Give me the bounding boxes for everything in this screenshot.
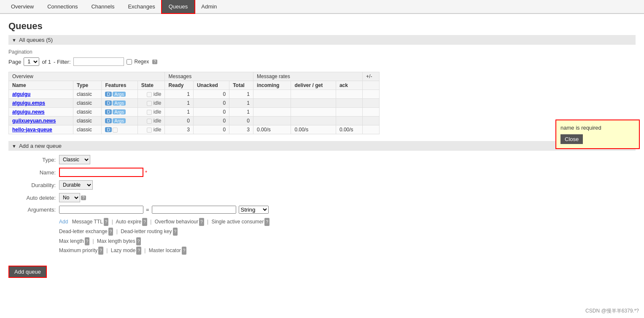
hint-dead-letter-routing-help[interactable]: ?: [173, 228, 178, 236]
hint-dead-letter-exchange-help[interactable]: ?: [108, 228, 113, 236]
col-type: Type: [73, 81, 102, 90]
cell-ready: 3: [165, 125, 193, 134]
name-required-star: *: [145, 169, 147, 176]
cell-state: idle: [137, 117, 165, 125]
arguments-row: Arguments: = String Number Boolean: [8, 206, 636, 214]
regex-help-icon[interactable]: ?: [152, 60, 157, 64]
add-argument-link[interactable]: Add: [59, 219, 68, 225]
auto-delete-select[interactable]: No Yes: [59, 193, 80, 202]
filter-label: - Filter:: [54, 59, 70, 65]
col-name: Name: [9, 81, 73, 90]
regex-checkbox[interactable]: [127, 59, 132, 65]
cell-state: idle: [137, 108, 165, 117]
cell-features: DArgs: [102, 117, 137, 125]
hint-max-priority: Maximum priority: [59, 247, 97, 253]
table-row[interactable]: gulixueyuan.newsclassicDArgs idle000: [9, 117, 380, 125]
page-select[interactable]: 1: [24, 57, 39, 66]
nav-channels[interactable]: Channels: [84, 0, 121, 13]
cell-name: hello-java-queue: [9, 125, 73, 134]
hint-single-consumer-help[interactable]: ?: [264, 218, 269, 226]
cell-state: idle: [137, 90, 165, 99]
hint-overflow-help[interactable]: ?: [199, 218, 204, 226]
arguments-label: Arguments:: [8, 207, 59, 213]
cell-deliver-get: [291, 117, 336, 125]
nav-queues[interactable]: Queues: [162, 0, 195, 13]
nav-overview[interactable]: Overview: [4, 0, 40, 13]
name-label: Name:: [8, 169, 59, 176]
of-label: of 1: [42, 59, 51, 65]
name-input[interactable]: [59, 168, 143, 177]
cell-plus-minus: [363, 117, 380, 125]
table-row[interactable]: atguigu.newsclassicDArgs idle101: [9, 108, 380, 117]
hint-lazy-mode: Lazy mode: [111, 247, 136, 253]
th-overview: Overview: [9, 72, 165, 81]
col-unacked: Unacked: [193, 81, 229, 90]
queue-table: Overview Messages Message rates +/- Name…: [8, 72, 380, 134]
cell-name: atguigu: [9, 90, 73, 99]
cell-type: classic: [73, 125, 102, 134]
table-row[interactable]: hello-java-queueclassicD idle3030.00/s0.…: [9, 125, 380, 134]
col-state: State: [137, 81, 165, 90]
hint-lazy-mode-help[interactable]: ?: [136, 247, 141, 255]
nav-admin[interactable]: Admin: [194, 0, 224, 13]
col-incoming: incoming: [253, 81, 291, 90]
cell-type: classic: [73, 99, 102, 108]
page-label: Page: [8, 59, 21, 65]
hints-area: Add Message TTL? | Auto expire? | Overfl…: [59, 217, 636, 255]
table-row[interactable]: atguiguclassicDArgs idle101: [9, 90, 380, 99]
cell-unacked: 0: [193, 125, 229, 134]
cell-incoming: [253, 90, 291, 99]
auto-delete-label: Auto delete:: [8, 195, 59, 201]
arguments-eq: =: [146, 207, 149, 213]
cell-incoming: [253, 108, 291, 117]
col-total: Total: [229, 81, 253, 90]
hint-auto-expire-help[interactable]: ?: [142, 218, 147, 226]
arguments-type-select[interactable]: String Number Boolean: [239, 206, 269, 214]
all-queues-label: All queues (5): [19, 37, 53, 43]
add-queue-label: Add a new queue: [19, 143, 62, 149]
notification-message: name is required: [560, 125, 635, 131]
type-select[interactable]: Classic Quorum Stream: [59, 155, 90, 164]
cell-deliver-get: [291, 108, 336, 117]
type-row: Type: Classic Quorum Stream: [8, 155, 636, 164]
col-ready: Ready: [165, 81, 193, 90]
cell-ack: 0.00/s: [336, 125, 362, 134]
cell-name: gulixueyuan.news: [9, 117, 73, 125]
cell-total: 1: [229, 108, 253, 117]
cell-name: atguigu.emps: [9, 99, 73, 108]
hint-max-length-bytes-help[interactable]: ?: [136, 237, 141, 245]
close-notification-button[interactable]: Close: [560, 134, 583, 144]
all-queues-section-header[interactable]: ▼ All queues (5): [8, 35, 636, 45]
table-row[interactable]: atguigu.empsclassicDArgs idle101: [9, 99, 380, 108]
arguments-value-input[interactable]: [152, 206, 236, 214]
hint-dead-letter-routing: Dead-letter routing key: [121, 228, 172, 234]
add-queue-section-header[interactable]: ▼ Add a new queue: [8, 141, 636, 151]
hint-master-locator: Master locator: [149, 247, 181, 253]
durability-label: Durability:: [8, 182, 59, 188]
nav-exchanges[interactable]: Exchanges: [121, 0, 162, 13]
pagination-label: Pagination: [8, 49, 636, 55]
durability-row: Durability: Durable Transient: [8, 180, 636, 190]
cell-ready: 1: [165, 108, 193, 117]
th-message-rates: Message rates: [253, 72, 363, 81]
cell-state: idle: [137, 99, 165, 108]
hint-message-ttl-help[interactable]: ?: [104, 218, 109, 226]
hint-overflow: Overflow behaviour: [155, 219, 198, 225]
cell-incoming: [253, 117, 291, 125]
hint-max-length-help[interactable]: ?: [85, 237, 90, 245]
add-queue-button-area: Add queue: [8, 261, 636, 278]
cell-state: idle: [137, 125, 165, 134]
cell-features: DArgs: [102, 108, 137, 117]
add-queue-button[interactable]: Add queue: [8, 266, 47, 278]
durability-select[interactable]: Durable Transient: [59, 180, 93, 190]
filter-input[interactable]: [73, 57, 124, 66]
cell-deliver-get: 0.00/s: [291, 125, 336, 134]
pagination-controls: Page 1 of 1 - Filter: Regex ?: [8, 57, 636, 66]
hint-max-priority-help[interactable]: ?: [98, 247, 103, 255]
cell-total: 1: [229, 90, 253, 99]
auto-delete-help-icon[interactable]: ?: [81, 196, 86, 200]
nav-connections[interactable]: Connections: [40, 0, 84, 13]
hint-auto-expire: Auto expire: [116, 219, 142, 225]
arguments-key-input[interactable]: [59, 206, 143, 214]
hint-master-locator-help[interactable]: ?: [182, 247, 187, 255]
